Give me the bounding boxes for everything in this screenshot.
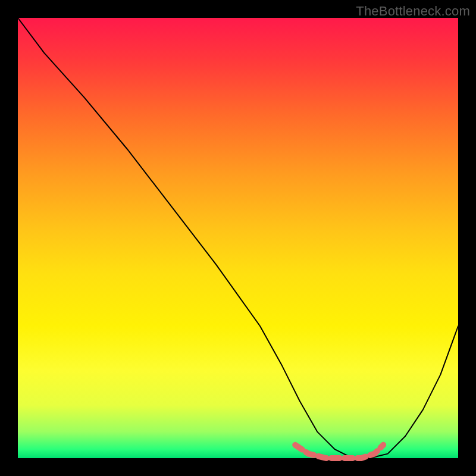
curve-layer [18, 18, 458, 458]
watermark-text: TheBottleneck.com [356, 4, 470, 19]
bottleneck-curve [18, 18, 458, 458]
chart-frame: TheBottleneck.com [0, 0, 476, 476]
plot-area [18, 18, 458, 458]
